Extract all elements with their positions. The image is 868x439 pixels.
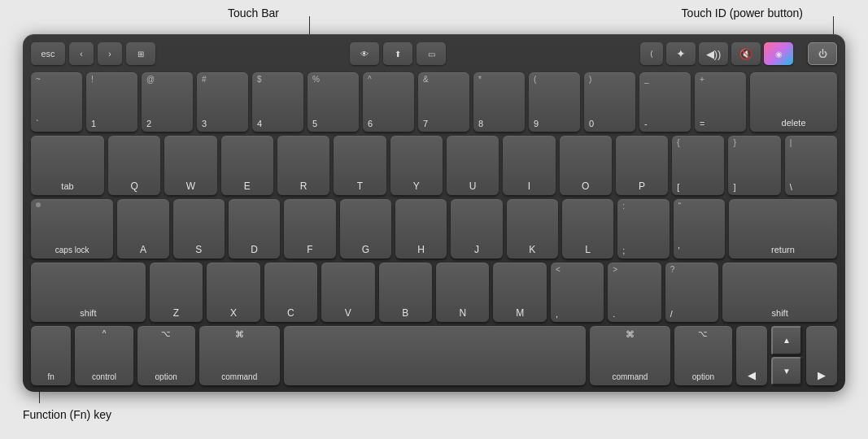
tb-volume-key[interactable]: ◀)) xyxy=(699,42,728,65)
number-row: ~ ` ! 1 @ 2 # 3 $ 4 % 5 ^ 6 & 7 xyxy=(31,72,837,132)
tb-esc-key[interactable]: esc xyxy=(31,42,65,65)
key-fn[interactable]: fn xyxy=(31,326,71,385)
zxcv-row: shift Z X C V B N M < , > . ? / shift xyxy=(31,263,837,322)
key-7[interactable]: & 7 xyxy=(418,72,469,132)
key-i[interactable]: I xyxy=(503,136,555,195)
key-2[interactable]: @ 2 xyxy=(142,72,193,132)
key-semicolon[interactable]: : ; xyxy=(617,199,669,259)
key-c[interactable]: C xyxy=(264,263,317,322)
key-v[interactable]: V xyxy=(321,263,374,322)
tb-mission-control-key[interactable]: ⊞ xyxy=(126,42,155,65)
key-5[interactable]: % 5 xyxy=(308,72,359,132)
key-y[interactable]: Y xyxy=(390,136,443,195)
key-command-left[interactable]: ⌘ command xyxy=(199,326,280,385)
tb-right-group: ( ✦ ◀)) 🔇 ◉ xyxy=(640,42,793,65)
tb-fwd-key[interactable]: › xyxy=(98,42,122,65)
key-comma[interactable]: < , xyxy=(551,263,604,322)
key-arrow-down[interactable]: ▼ xyxy=(771,357,802,386)
key-equals[interactable]: + = xyxy=(695,72,746,132)
tb-brightness-bracket-key[interactable]: ( xyxy=(640,42,663,65)
key-n[interactable]: N xyxy=(436,263,489,322)
key-p[interactable]: P xyxy=(616,136,668,195)
tb-siri-key[interactable]: ◉ xyxy=(764,42,793,65)
key-l[interactable]: L xyxy=(562,199,613,259)
key-r[interactable]: R xyxy=(277,136,329,195)
key-m[interactable]: M xyxy=(493,263,546,322)
key-control[interactable]: ^ control xyxy=(75,326,133,385)
key-arrow-up[interactable]: ▲ xyxy=(771,326,802,355)
key-q[interactable]: Q xyxy=(108,136,160,195)
key-option-right[interactable]: ⌥ option xyxy=(674,326,732,385)
tb-share-key[interactable]: ⬆ xyxy=(383,42,412,65)
keyboard-body: esc ‹ › ⊞ 👁 ⬆ ▭ ( ✦ ◀)) 🔇 ◉ ⏻ ~ ` ! 1 @ … xyxy=(23,34,845,392)
key-return[interactable]: return xyxy=(729,199,837,259)
key-k[interactable]: K xyxy=(507,199,558,259)
key-a[interactable]: A xyxy=(117,199,168,259)
key-z[interactable]: Z xyxy=(150,263,203,322)
key-3[interactable]: # 3 xyxy=(197,72,248,132)
key-6[interactable]: ^ 6 xyxy=(363,72,414,132)
key-0[interactable]: ) 0 xyxy=(584,72,635,132)
key-shift-right[interactable]: shift xyxy=(722,263,837,322)
key-8[interactable]: * 8 xyxy=(473,72,525,132)
key-f[interactable]: F xyxy=(284,199,335,259)
key-caps-lock[interactable]: caps lock xyxy=(31,199,113,259)
key-9[interactable]: ( 9 xyxy=(529,72,580,132)
key-bracket-close[interactable]: } ] xyxy=(728,136,780,195)
key-b[interactable]: B xyxy=(379,263,432,322)
key-space[interactable] xyxy=(284,326,586,385)
key-1[interactable]: ! 1 xyxy=(86,72,137,132)
key-quote[interactable]: " ' xyxy=(674,199,725,259)
key-delete[interactable]: delete xyxy=(750,72,837,132)
touchbar-row: esc ‹ › ⊞ 👁 ⬆ ▭ ( ✦ ◀)) 🔇 ◉ ⏻ xyxy=(31,41,837,67)
tb-brightness-key[interactable]: ✦ xyxy=(666,42,696,65)
key-j[interactable]: J xyxy=(451,199,502,259)
key-arrow-left[interactable]: ◀ xyxy=(736,326,767,385)
key-g[interactable]: G xyxy=(340,199,391,259)
key-e[interactable]: E xyxy=(221,136,273,195)
tb-mute-key[interactable]: 🔇 xyxy=(731,42,761,65)
key-arrow-right[interactable]: ▶ xyxy=(806,326,837,385)
key-s[interactable]: S xyxy=(173,199,225,259)
key-arrows-updown: ▲ ▼ xyxy=(771,326,802,385)
key-h[interactable]: H xyxy=(395,199,447,259)
key-backslash[interactable]: | \ xyxy=(785,136,837,195)
tb-eye-key[interactable]: 👁 xyxy=(350,42,379,65)
touchid-label: Touch ID (power button) xyxy=(682,7,803,20)
key-4[interactable]: $ 4 xyxy=(252,72,303,132)
key-t[interactable]: T xyxy=(334,136,386,195)
tb-back-key[interactable]: ‹ xyxy=(69,42,94,65)
tb-expose-key[interactable]: ▭ xyxy=(417,42,446,65)
key-minus[interactable]: _ - xyxy=(639,72,691,132)
key-shift-left[interactable]: shift xyxy=(31,263,146,322)
key-x[interactable]: X xyxy=(207,263,260,322)
key-bracket-open[interactable]: { [ xyxy=(672,136,724,195)
key-period[interactable]: > . xyxy=(608,263,661,322)
touchbar-label: Touch Bar xyxy=(228,7,279,20)
key-o[interactable]: O xyxy=(560,136,612,195)
key-backtick[interactable]: ~ ` xyxy=(31,72,82,132)
key-u[interactable]: U xyxy=(447,136,499,195)
touch-id-button[interactable]: ⏻ xyxy=(808,42,837,65)
key-d[interactable]: D xyxy=(229,199,280,259)
key-tab[interactable]: tab xyxy=(31,136,104,195)
key-command-right[interactable]: ⌘ command xyxy=(590,326,670,385)
fn-label: Function (Fn) key xyxy=(23,408,111,421)
key-option-left[interactable]: ⌥ option xyxy=(137,326,195,385)
key-w[interactable]: W xyxy=(164,136,216,195)
asdf-row: caps lock A S D F G H J K L : ; " ' retu… xyxy=(31,199,837,259)
key-slash[interactable]: ? / xyxy=(665,263,718,322)
function-row: fn ^ control ⌥ option ⌘ command ⌘ comman… xyxy=(31,326,837,385)
qwerty-row: tab Q W E R T Y U I O P { [ } ] | \ xyxy=(31,136,837,195)
